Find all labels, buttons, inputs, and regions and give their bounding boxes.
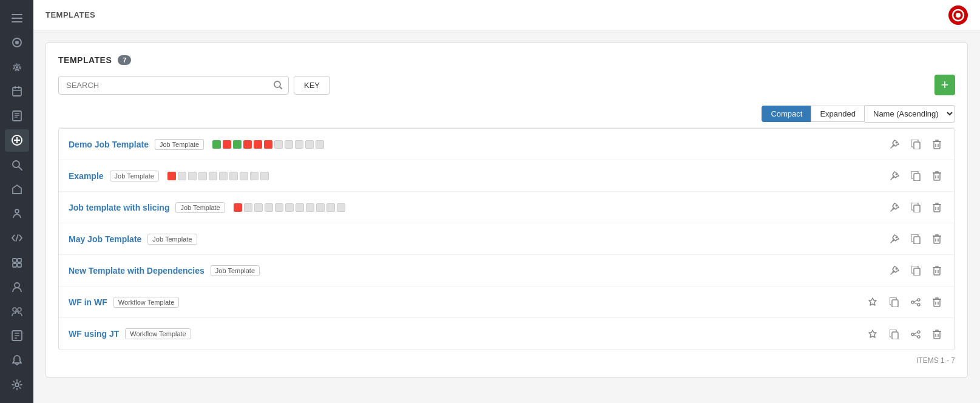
svg-line-40 — [280, 87, 282, 89]
svg-line-23 — [16, 234, 18, 242]
svg-line-70 — [914, 300, 917, 302]
sidebar-item-settings[interactable] — [5, 374, 29, 396]
template-type-badge: Job Template — [147, 234, 197, 245]
svg-rect-66 — [892, 300, 898, 307]
launch-button[interactable] — [864, 326, 881, 342]
svg-point-4 — [15, 41, 19, 44]
copy-button[interactable] — [908, 200, 924, 215]
delete-button[interactable] — [929, 231, 945, 247]
table-row: WF in WFWorkflow Template — [59, 286, 955, 318]
workflow-viz-button[interactable] — [907, 294, 924, 310]
template-name-link[interactable]: New Template with Dependencies — [69, 266, 204, 276]
svg-point-51 — [896, 205, 897, 207]
svg-rect-52 — [914, 205, 920, 212]
copy-button[interactable] — [886, 326, 902, 342]
svg-rect-63 — [934, 268, 940, 275]
sidebar-item-reports[interactable] — [5, 325, 29, 347]
launch-button[interactable] — [864, 294, 881, 310]
delete-button[interactable] — [929, 326, 945, 342]
delete-button[interactable] — [929, 294, 945, 310]
status-dot — [296, 203, 304, 212]
copy-button[interactable] — [908, 168, 924, 184]
main-content: TEMPLATES TEMPLATES 7 KEY + — [33, 0, 980, 403]
svg-point-30 — [18, 308, 21, 311]
sidebar-item-inventory[interactable] — [5, 252, 29, 274]
status-dot — [305, 140, 314, 149]
template-type-badge: Workflow Template — [125, 328, 191, 339]
template-type-badge: Workflow Template — [113, 297, 180, 308]
svg-point-36 — [15, 383, 19, 387]
page-body: TEMPLATES 7 KEY + Compact Expanded — [33, 30, 980, 403]
svg-rect-81 — [934, 331, 940, 339]
sidebar-item-dashboard[interactable] — [5, 32, 29, 53]
template-name-link[interactable]: May Job Template — [69, 234, 141, 244]
sidebar-item-jobs[interactable] — [5, 105, 29, 127]
svg-marker-21 — [13, 185, 21, 194]
svg-rect-43 — [934, 141, 940, 149]
svg-point-46 — [896, 174, 897, 175]
svg-rect-53 — [934, 205, 940, 212]
delete-button[interactable] — [929, 137, 945, 152]
sidebar-item-projects[interactable] — [5, 178, 29, 200]
template-name-link[interactable]: Job template with slicing — [69, 203, 169, 212]
app-logo — [948, 5, 968, 25]
table-row: New Template with DependenciesJob Templa… — [59, 255, 955, 286]
status-dot — [234, 203, 242, 212]
sidebar-item-notifications[interactable] — [5, 350, 29, 371]
delete-button[interactable] — [929, 200, 945, 215]
sort-select[interactable]: Name (Ascending) — [865, 105, 955, 123]
status-dot — [233, 140, 242, 149]
card-header: TEMPLATES 7 — [58, 55, 955, 65]
sidebar-item-groups[interactable] — [5, 300, 29, 322]
launch-button[interactable] — [886, 200, 903, 215]
copy-button[interactable] — [908, 263, 924, 279]
add-template-button[interactable]: + — [934, 75, 955, 95]
sidebar-item-teams[interactable] — [5, 203, 29, 225]
sidebar-item-schedule[interactable] — [5, 81, 29, 103]
delete-button[interactable] — [929, 263, 945, 279]
workflow-viz-button[interactable] — [907, 326, 924, 342]
sidebar-item-templates[interactable] — [5, 129, 29, 151]
svg-rect-2 — [12, 21, 22, 22]
search-wrap — [58, 76, 289, 95]
row-actions — [886, 137, 945, 152]
sidebar-item-code[interactable] — [5, 227, 29, 249]
row-actions — [886, 231, 945, 247]
sidebar — [0, 0, 33, 403]
template-type-badge: Job Template — [175, 202, 225, 213]
search-input[interactable] — [58, 76, 289, 95]
expanded-view-button[interactable]: Expanded — [811, 106, 865, 122]
sidebar-item-activity[interactable] — [5, 56, 29, 78]
copy-button[interactable] — [908, 231, 924, 247]
sidebar-item-users[interactable] — [5, 276, 29, 298]
search-button[interactable] — [267, 76, 289, 95]
sidebar-item-menu[interactable] — [5, 7, 29, 29]
svg-point-69 — [917, 303, 920, 306]
launch-button[interactable] — [886, 231, 903, 247]
top-bar: TEMPLATES — [33, 0, 980, 30]
compact-view-button[interactable]: Compact — [762, 106, 811, 122]
status-dot — [285, 203, 294, 212]
template-name-link[interactable]: Demo Job Template — [69, 140, 149, 149]
copy-button[interactable] — [908, 137, 924, 152]
table-row: Demo Job TemplateJob Template — [59, 129, 955, 160]
row-actions — [886, 200, 945, 215]
launch-button[interactable] — [886, 168, 903, 184]
status-dot — [198, 172, 207, 180]
svg-rect-26 — [13, 263, 16, 267]
template-list: Demo Job TemplateJob TemplateExampleJob … — [58, 128, 955, 350]
launch-button[interactable] — [886, 137, 903, 152]
status-dot — [244, 203, 252, 212]
delete-button[interactable] — [929, 168, 945, 184]
sidebar-item-search[interactable] — [5, 154, 29, 176]
template-name-link[interactable]: Example — [69, 171, 104, 181]
key-button[interactable]: KEY — [294, 76, 330, 95]
launch-button[interactable] — [886, 263, 903, 279]
template-name-link[interactable]: WF using JT — [69, 329, 119, 339]
copy-button[interactable] — [886, 294, 902, 310]
svg-point-61 — [896, 268, 897, 270]
template-name-link[interactable]: WF in WF — [69, 297, 107, 307]
templates-count-badge: 7 — [118, 55, 131, 65]
status-dot — [274, 140, 283, 149]
svg-line-80 — [914, 334, 917, 336]
